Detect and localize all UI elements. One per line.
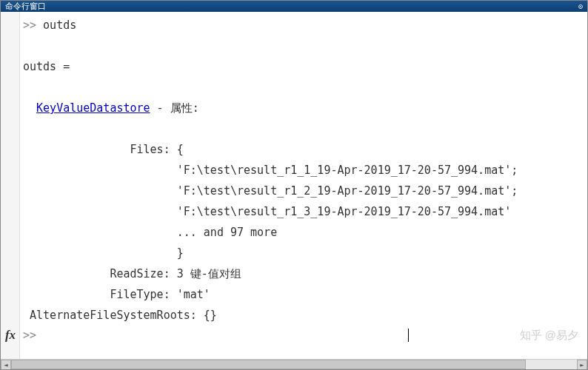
window-title: 命令行窗口 [5, 1, 46, 12]
more-files: ... and 97 more [177, 226, 277, 239]
readsize-row: ReadSize: 3 键-值对组 [23, 267, 241, 280]
input-prompt: >> [20, 329, 36, 342]
scroll-left-button[interactable]: ◄ [1, 360, 11, 370]
var-echo: outds = [23, 60, 70, 73]
keyvaluedatastore-link[interactable]: KeyValueDatastore [36, 101, 150, 115]
last-command: outds [43, 18, 76, 32]
text-cursor [408, 329, 409, 342]
command-input[interactable] [36, 329, 407, 342]
filetype-row: FileType: 'mat' [23, 288, 210, 301]
scroll-track[interactable] [11, 360, 577, 369]
brace-close: } [177, 246, 184, 260]
horizontal-scrollbar[interactable]: ◄ ► [1, 359, 587, 369]
gutter [1, 12, 20, 359]
console-output: >> outds outds = KeyValueDatastore - 属性:… [20, 12, 587, 359]
file-path-1: 'F:\test\result_r1_1_19-Apr-2019_17-20-5… [177, 164, 518, 177]
props-suffix: - 属性: [150, 101, 199, 115]
file-path-2: 'F:\test\result_r1_2_19-Apr-2019_17-20-5… [177, 184, 518, 198]
dropdown-icon[interactable]: ⊙ [578, 2, 583, 10]
prompt-symbol: >> [23, 18, 36, 32]
console-area: >> outds outds = KeyValueDatastore - 属性:… [1, 12, 587, 359]
command-input-row: fx >> [1, 325, 409, 346]
scroll-right-button[interactable]: ► [577, 360, 587, 370]
file-path-3: 'F:\test\result_r1_3_19-Apr-2019_17-20-5… [177, 205, 512, 218]
fx-icon[interactable]: fx [1, 328, 20, 343]
brace-open: { [177, 143, 184, 156]
titlebar: 命令行窗口 ⊙ [1, 1, 587, 12]
watermark: 知乎 @易夕 [520, 329, 578, 343]
files-label-pad: Files: [23, 143, 177, 156]
altroots-row: AlternateFileSystemRoots: {} [23, 309, 217, 322]
scroll-thumb[interactable] [11, 360, 526, 369]
